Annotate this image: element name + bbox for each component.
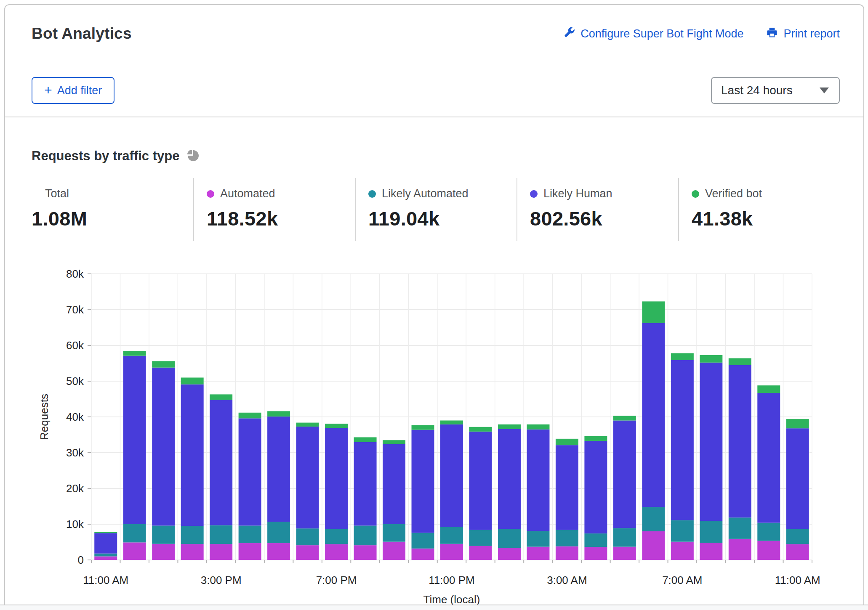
bar-segment-likely-human[interactable] (613, 421, 636, 528)
bar-segment-likely-automated[interactable] (613, 528, 636, 546)
bar-segment-likely-human[interactable] (498, 429, 521, 529)
bar-segment-likely-human[interactable] (642, 323, 665, 507)
bar-segment-likely-human[interactable] (700, 363, 722, 521)
bar-segment-automated[interactable] (700, 543, 722, 560)
bar-segment-likely-automated[interactable] (440, 527, 463, 544)
bar-segment-automated[interactable] (440, 544, 463, 560)
bar-segment-verified-bot[interactable] (613, 416, 636, 420)
stat-likely-human[interactable]: Likely Human 802.56k (517, 178, 678, 241)
bar-segment-likely-human[interactable] (469, 432, 492, 530)
bar-segment-likely-human[interactable] (267, 416, 290, 522)
bar-segment-likely-automated[interactable] (296, 528, 319, 545)
bar-segment-verified-bot[interactable] (527, 424, 549, 430)
bar-segment-automated[interactable] (469, 546, 492, 560)
bar-segment-likely-automated[interactable] (584, 533, 607, 547)
bar-segment-automated[interactable] (412, 549, 434, 560)
bar-segment-automated[interactable] (584, 547, 607, 560)
bar-segment-automated[interactable] (267, 543, 290, 560)
bar-segment-likely-automated[interactable] (469, 530, 492, 546)
bar-segment-verified-bot[interactable] (584, 436, 607, 441)
bar-segment-likely-automated[interactable] (527, 531, 549, 546)
bar-segment-verified-bot[interactable] (354, 437, 377, 442)
bar-segment-automated[interactable] (556, 546, 578, 560)
bar-segment-likely-automated[interactable] (498, 529, 521, 548)
bar-segment-automated[interactable] (123, 542, 146, 560)
bar-segment-likely-automated[interactable] (94, 554, 117, 557)
bar-segment-likely-human[interactable] (325, 428, 348, 529)
bar-segment-likely-human[interactable] (729, 365, 751, 518)
bar-segment-likely-automated[interactable] (325, 529, 348, 544)
bar-segment-verified-bot[interactable] (440, 421, 463, 424)
bar-segment-automated[interactable] (786, 544, 809, 560)
bar-segment-verified-bot[interactable] (412, 425, 434, 430)
bar-segment-likely-human[interactable] (440, 424, 463, 527)
bar-segment-automated[interactable] (152, 544, 175, 560)
time-range-select[interactable]: Last 24 hours (711, 77, 840, 104)
bar-segment-verified-bot[interactable] (671, 353, 694, 360)
bar-segment-verified-bot[interactable] (642, 301, 665, 323)
stat-verified-bot[interactable]: Verified bot 41.38k (678, 178, 840, 241)
bar-segment-automated[interactable] (296, 545, 319, 560)
bar-segment-verified-bot[interactable] (498, 424, 521, 429)
bar-segment-likely-automated[interactable] (123, 524, 146, 542)
bar-segment-likely-automated[interactable] (267, 522, 290, 543)
bar-segment-likely-human[interactable] (152, 368, 175, 526)
bar-segment-verified-bot[interactable] (786, 419, 809, 428)
bar-segment-likely-human[interactable] (584, 441, 607, 533)
bar-segment-verified-bot[interactable] (239, 413, 261, 419)
bar-segment-likely-human[interactable] (786, 428, 809, 529)
bar-segment-likely-human[interactable] (239, 418, 261, 525)
bar-segment-likely-automated[interactable] (671, 520, 694, 542)
add-filter-button[interactable]: + Add filter (32, 77, 114, 104)
bar-segment-likely-human[interactable] (412, 430, 434, 533)
configure-super-bot-fight-mode-link[interactable]: Configure Super Bot Fight Mode (563, 27, 743, 41)
bar-segment-verified-bot[interactable] (267, 411, 290, 416)
stat-automated[interactable]: Automated 118.52k (193, 178, 355, 241)
bar-segment-likely-automated[interactable] (700, 521, 722, 543)
bar-segment-likely-human[interactable] (210, 400, 232, 525)
bar-segment-likely-automated[interactable] (239, 525, 261, 543)
bar-segment-likely-automated[interactable] (556, 530, 578, 546)
bar-segment-automated[interactable] (383, 542, 405, 560)
bar-segment-likely-human[interactable] (181, 385, 204, 526)
bar-segment-automated[interactable] (94, 557, 117, 560)
bar-segment-likely-automated[interactable] (757, 523, 780, 541)
stat-likely-automated[interactable]: Likely Automated 119.04k (355, 178, 517, 241)
bar-segment-automated[interactable] (239, 543, 261, 560)
bar-segment-automated[interactable] (671, 542, 694, 560)
bar-segment-likely-automated[interactable] (152, 525, 175, 544)
bar-segment-likely-human[interactable] (556, 445, 578, 530)
bar-segment-likely-human[interactable] (527, 430, 549, 531)
bar-segment-verified-bot[interactable] (94, 532, 117, 533)
bar-segment-verified-bot[interactable] (729, 358, 751, 365)
bar-segment-automated[interactable] (613, 547, 636, 560)
bar-segment-likely-automated[interactable] (786, 529, 809, 544)
bar-segment-likely-human[interactable] (94, 533, 117, 553)
bar-segment-verified-bot[interactable] (469, 427, 492, 432)
bar-segment-likely-automated[interactable] (642, 507, 665, 531)
bar-segment-likely-human[interactable] (383, 444, 405, 524)
bar-segment-verified-bot[interactable] (210, 394, 232, 400)
bar-segment-likely-human[interactable] (354, 442, 377, 526)
bar-segment-verified-bot[interactable] (123, 351, 146, 356)
bar-segment-verified-bot[interactable] (296, 423, 319, 427)
bar-segment-verified-bot[interactable] (757, 385, 780, 393)
bar-segment-automated[interactable] (498, 548, 521, 560)
bar-segment-likely-automated[interactable] (210, 525, 232, 544)
bar-segment-likely-human[interactable] (123, 356, 146, 524)
print-report-link[interactable]: Print report (766, 27, 840, 41)
bar-segment-likely-automated[interactable] (354, 525, 377, 545)
bar-segment-verified-bot[interactable] (325, 424, 348, 428)
bar-segment-likely-automated[interactable] (383, 524, 405, 542)
bar-segment-automated[interactable] (642, 531, 665, 560)
bar-segment-automated[interactable] (210, 544, 232, 560)
bar-segment-automated[interactable] (181, 544, 204, 560)
bar-segment-likely-human[interactable] (671, 360, 694, 520)
bar-segment-verified-bot[interactable] (181, 378, 204, 385)
bar-segment-automated[interactable] (325, 544, 348, 560)
bar-segment-verified-bot[interactable] (700, 355, 722, 363)
bar-segment-verified-bot[interactable] (556, 439, 578, 445)
bar-segment-automated[interactable] (757, 541, 780, 560)
bar-segment-likely-human[interactable] (757, 393, 780, 523)
bar-segment-likely-automated[interactable] (729, 517, 751, 539)
